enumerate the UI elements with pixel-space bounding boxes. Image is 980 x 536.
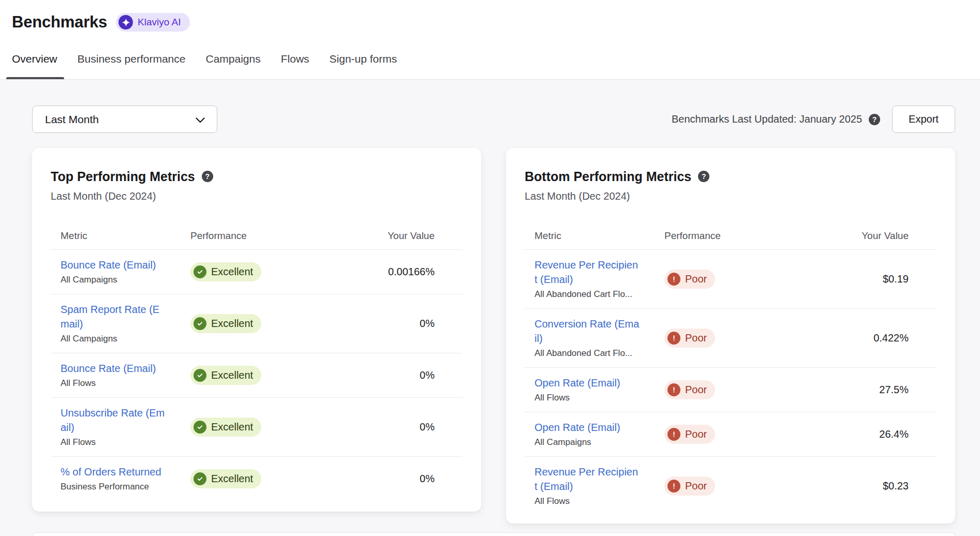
metrics-cards: Top Performing Metrics ? Last Month (Dec… bbox=[32, 148, 955, 524]
help-icon[interactable]: ? bbox=[869, 114, 880, 125]
status-icon bbox=[194, 369, 206, 382]
metric-value: $0.23 bbox=[844, 480, 937, 492]
period-select[interactable]: Last Month bbox=[32, 106, 217, 133]
column-header-metric: Metric bbox=[525, 230, 664, 242]
alert-circle-icon bbox=[671, 483, 677, 489]
metric-link[interactable]: % of Orders Returned bbox=[61, 465, 166, 479]
metric-category: Business Performance bbox=[61, 481, 190, 493]
tab-campaigns[interactable]: Campaigns bbox=[205, 49, 260, 79]
help-icon[interactable]: ? bbox=[202, 171, 213, 182]
metric-cell: Conversion Rate (Email) All Abandoned Ca… bbox=[525, 317, 664, 360]
performance-cell: Poor bbox=[664, 329, 844, 348]
metric-value: 0.422% bbox=[844, 332, 937, 344]
metric-category: All Campaigns bbox=[61, 274, 190, 286]
metric-link[interactable]: Open Rate (Email) bbox=[534, 420, 640, 435]
performance-cell: Poor bbox=[664, 380, 844, 399]
metric-category: All Campaigns bbox=[61, 333, 190, 345]
help-icon[interactable]: ? bbox=[698, 171, 709, 182]
top-performing-metrics-card: Top Performing Metrics ? Last Month (Dec… bbox=[32, 148, 481, 512]
performance-badge: Excellent bbox=[190, 262, 261, 281]
metric-link[interactable]: Conversion Rate (Email) bbox=[534, 317, 640, 346]
metric-link[interactable]: Revenue Per Recipient (Email) bbox=[534, 258, 640, 287]
table-row: % of Orders Returned Business Performanc… bbox=[51, 456, 463, 501]
metrics-table: Metric Performance Your Value Revenue Pe… bbox=[525, 230, 937, 515]
metric-cell: Revenue Per Recipient (Email) All Abando… bbox=[525, 258, 664, 301]
performance-badge: Poor bbox=[664, 477, 715, 496]
metric-cell: Spam Report Rate (Email) All Campaigns bbox=[51, 302, 190, 345]
metric-cell: Unsubscribe Rate (Email) All Flows bbox=[51, 406, 190, 449]
table-header: Metric Performance Your Value bbox=[525, 230, 937, 250]
check-circle-icon bbox=[197, 269, 203, 275]
metric-link[interactable]: Bounce Rate (Email) bbox=[61, 258, 166, 272]
alert-circle-icon bbox=[671, 431, 677, 438]
check-circle-icon bbox=[197, 320, 203, 327]
performance-badge: Poor bbox=[664, 270, 715, 289]
metric-link[interactable]: Revenue Per Recipient (Email) bbox=[534, 465, 640, 494]
performance-badge: Poor bbox=[664, 425, 715, 444]
metric-value: 0% bbox=[370, 473, 463, 485]
metric-category: All Flows bbox=[534, 392, 664, 404]
tab-label: Business performance bbox=[78, 53, 186, 65]
status-icon bbox=[194, 265, 206, 278]
column-header-your-value: Your Value bbox=[370, 230, 463, 242]
performance-label: Excellent bbox=[211, 472, 253, 486]
metric-value: 0% bbox=[370, 421, 463, 433]
metric-category: All Flows bbox=[534, 495, 664, 508]
klaviyo-ai-label: Klaviyo AI bbox=[138, 16, 181, 29]
page-title: Benchmarks bbox=[12, 11, 107, 33]
metric-value: 0% bbox=[370, 369, 463, 381]
page-header: Benchmarks Klaviyo AI bbox=[0, 0, 980, 33]
performance-label: Poor bbox=[685, 383, 707, 397]
export-button[interactable]: Export bbox=[892, 106, 955, 133]
check-circle-icon bbox=[197, 475, 203, 482]
tab-business-performance[interactable]: Business performance bbox=[78, 49, 186, 79]
tab-sign-up-forms[interactable]: Sign-up forms bbox=[330, 49, 397, 79]
performance-badge: Poor bbox=[664, 329, 715, 348]
metric-value: 0% bbox=[370, 318, 463, 330]
performance-label: Excellent bbox=[211, 420, 253, 434]
last-updated-text: Benchmarks Last Updated: January 2025 bbox=[672, 113, 862, 125]
tab-label: Campaigns bbox=[205, 53, 260, 65]
status-icon bbox=[194, 472, 206, 485]
card-title: Top Performing Metrics bbox=[51, 168, 195, 185]
metric-cell: Bounce Rate (Email) All Campaigns bbox=[51, 258, 190, 286]
metric-cell: Revenue Per Recipient (Email) All Flows bbox=[525, 465, 664, 508]
table-row: Open Rate (Email) All Campaigns Poor 26.… bbox=[525, 412, 937, 456]
performance-label: Poor bbox=[685, 331, 707, 345]
table-row: Open Rate (Email) All Flows Poor 27.5% bbox=[525, 367, 937, 412]
toolbar-right: Benchmarks Last Updated: January 2025 ? … bbox=[672, 106, 955, 133]
status-icon bbox=[667, 383, 680, 396]
column-header-your-value: Your Value bbox=[844, 230, 937, 242]
status-icon bbox=[194, 317, 206, 330]
table-row: Revenue Per Recipient (Email) All Flows … bbox=[525, 456, 937, 515]
metric-value: $0.19 bbox=[844, 273, 937, 285]
tab-flows[interactable]: Flows bbox=[281, 49, 309, 79]
performance-badge: Excellent bbox=[190, 469, 261, 488]
column-header-performance: Performance bbox=[190, 230, 370, 242]
metric-cell: Open Rate (Email) All Flows bbox=[525, 376, 664, 404]
performance-badge: Excellent bbox=[190, 366, 261, 385]
check-circle-icon bbox=[197, 424, 203, 430]
metric-link[interactable]: Open Rate (Email) bbox=[534, 376, 640, 390]
metric-value: 27.5% bbox=[844, 384, 937, 396]
alert-circle-icon bbox=[671, 335, 677, 341]
table-row: Unsubscribe Rate (Email) All Flows Excel… bbox=[51, 397, 463, 456]
tab-label: Sign-up forms bbox=[330, 53, 397, 65]
metric-category: All Abandoned Cart Flo... bbox=[534, 347, 664, 360]
table-body: Bounce Rate (Email) All Campaigns Excell… bbox=[51, 250, 463, 501]
metric-link[interactable]: Unsubscribe Rate (Email) bbox=[61, 406, 166, 435]
metric-value: 0.00166% bbox=[370, 266, 463, 278]
table-row: Bounce Rate (Email) All Campaigns Excell… bbox=[51, 250, 463, 294]
performance-label: Excellent bbox=[211, 265, 253, 279]
title-row: Benchmarks Klaviyo AI bbox=[12, 11, 968, 33]
metric-category: All Campaigns bbox=[534, 436, 664, 449]
table-header: Metric Performance Your Value bbox=[51, 230, 463, 250]
metric-link[interactable]: Bounce Rate (Email) bbox=[61, 361, 166, 376]
metric-category: All Flows bbox=[61, 377, 190, 390]
performance-badge: Poor bbox=[664, 380, 715, 399]
alert-circle-icon bbox=[671, 386, 677, 393]
tab-overview[interactable]: Overview bbox=[12, 49, 57, 79]
metric-link[interactable]: Spam Report Rate (Email) bbox=[61, 302, 166, 331]
status-icon bbox=[667, 480, 680, 493]
performance-label: Excellent bbox=[211, 368, 253, 382]
